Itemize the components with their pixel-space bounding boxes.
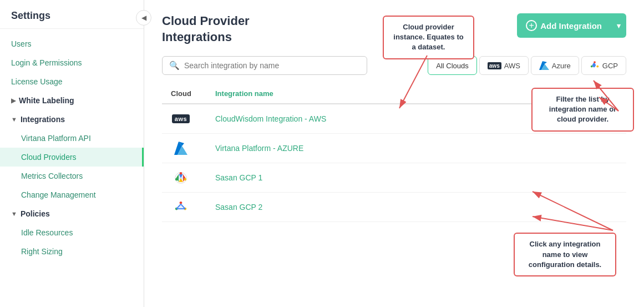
integrations-table: Cloud Integration name aws CloudWisdom I…: [162, 84, 626, 222]
cloud-cell: aws: [162, 104, 206, 134]
search-box[interactable]: 🔍: [162, 56, 367, 75]
sidebar-item-cloud-providers[interactable]: Cloud Providers: [0, 148, 144, 167]
aws-filter-icon: aws: [488, 62, 501, 69]
sidebar-item-idle-resources[interactable]: Idle Resources: [0, 223, 144, 242]
sidebar-item-login-permissions[interactable]: Login & Permissions: [0, 53, 144, 72]
page-title: Cloud Provider Integrations: [162, 13, 250, 45]
integration-name-cell: Virtana Platform - AZURE: [206, 134, 626, 163]
plus-icon: +: [526, 20, 537, 31]
filter-all-clouds[interactable]: All Clouds: [428, 56, 477, 75]
integration-name-cell: Sasan GCP 2: [206, 193, 626, 222]
callout-bottom: Click any integration name to view confi…: [514, 233, 616, 276]
integration-link[interactable]: Sasan GCP 2: [215, 203, 262, 212]
sidebar-section-policies[interactable]: ▼ Policies: [0, 204, 144, 223]
table-row: aws CloudWisdom Integration - AWS: [162, 104, 626, 134]
filter-row: 🔍 All Clouds aws AWS Azure: [162, 56, 626, 75]
sidebar-item-change-management[interactable]: Change Management: [0, 185, 144, 204]
search-input[interactable]: [184, 61, 360, 70]
sidebar-section-white-labeling[interactable]: ▶ White Labeling: [0, 91, 144, 110]
chevron-down-icon-2: ▼: [11, 210, 17, 217]
sidebar-section-integrations[interactable]: ▼ Integrations: [0, 110, 144, 129]
filter-gcp[interactable]: GCP: [581, 56, 626, 75]
caret-down-icon[interactable]: ▾: [611, 15, 626, 37]
integration-link[interactable]: CloudWisdom Integration - AWS: [215, 114, 326, 123]
integration-name-cell: CloudWisdom Integration - AWS: [206, 104, 626, 134]
integration-link[interactable]: Sasan GCP 1: [215, 173, 262, 182]
main-header: Cloud Provider Integrations + Add Integr…: [162, 13, 626, 45]
add-integration-button[interactable]: + Add Integration ▾: [517, 13, 626, 38]
gcp-cloud-icon-2: [171, 200, 191, 214]
sidebar-item-right-sizing[interactable]: Right Sizing: [0, 242, 144, 261]
sidebar-item-virtana-api[interactable]: Virtana Platform API: [0, 129, 144, 148]
table-row: Sasan GCP 1: [162, 163, 626, 193]
chevron-down-icon: ▼: [11, 116, 17, 123]
svg-point-5: [591, 66, 593, 68]
sidebar-item-metrics-collectors[interactable]: Metrics Collectors: [0, 167, 144, 185]
sidebar-item-users[interactable]: Users: [0, 34, 144, 53]
gcp-cloud-icon: [171, 171, 191, 184]
filter-azure[interactable]: Azure: [531, 56, 579, 75]
main-content: Cloud Provider Integrations + Add Integr…: [144, 0, 644, 307]
filter-aws[interactable]: aws AWS: [479, 56, 529, 75]
integration-link[interactable]: Virtana Platform - AZURE: [215, 144, 303, 153]
svg-point-12: [180, 202, 182, 204]
integration-name-cell: Sasan GCP 1: [206, 163, 626, 193]
cloud-filters: All Clouds aws AWS Azure: [428, 56, 626, 75]
cloud-cell: [162, 163, 206, 193]
collapse-sidebar-button[interactable]: ◀: [136, 10, 151, 26]
svg-point-3: [594, 61, 596, 63]
gcp-icon: [590, 61, 600, 71]
sidebar-nav: Users Login & Permissions License Usage …: [0, 29, 144, 307]
cloud-cell: [162, 193, 206, 222]
callout-container-bottom: Click any integration name to view confi…: [514, 233, 616, 276]
svg-point-9: [180, 172, 182, 175]
chevron-right-icon: ▶: [11, 97, 16, 104]
table-header-row: Cloud Integration name: [162, 84, 626, 104]
svg-point-4: [596, 66, 599, 68]
col-integration: Integration name: [206, 84, 626, 104]
table-row: Sasan GCP 2: [162, 193, 626, 222]
table-row: Virtana Platform - AZURE: [162, 134, 626, 163]
aws-cloud-icon: aws: [171, 112, 191, 125]
sidebar-title: Settings: [0, 0, 144, 29]
sidebar: Settings Users Login & Permissions Licen…: [0, 0, 144, 307]
cloud-cell: [162, 134, 206, 163]
sidebar-item-license-usage[interactable]: License Usage: [0, 72, 144, 91]
azure-icon: [539, 61, 549, 70]
col-cloud: Cloud: [162, 84, 206, 104]
search-icon: 🔍: [169, 61, 180, 71]
azure-cloud-icon: [171, 142, 191, 155]
